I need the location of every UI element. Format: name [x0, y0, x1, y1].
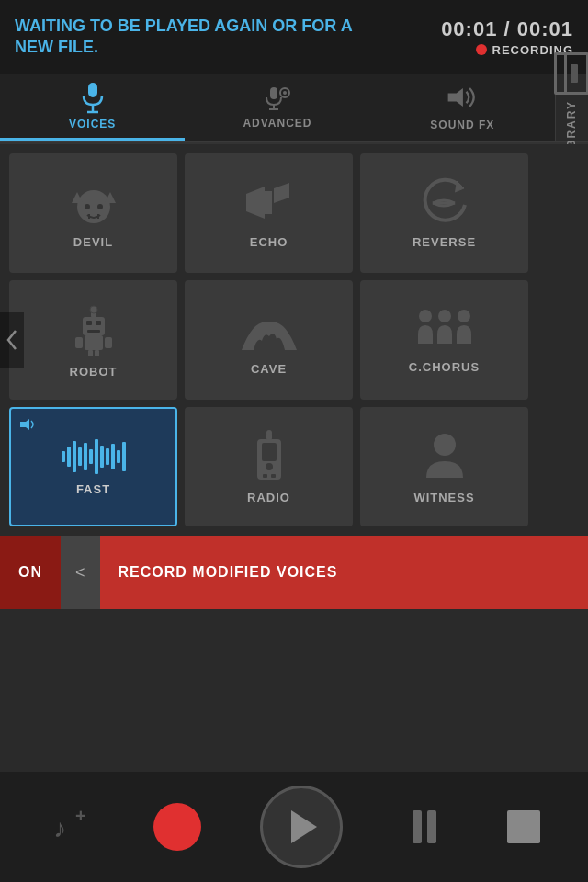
voice-row-3: FAST RADIO: [9, 407, 579, 526]
tab-sound-fx-label: SOUND FX: [430, 119, 494, 131]
svg-point-10: [85, 204, 90, 209]
svg-rect-38: [271, 474, 276, 478]
echo-label: ECHO: [250, 235, 288, 249]
svg-point-11: [97, 204, 103, 209]
svg-rect-25: [105, 337, 112, 348]
play-circle: [260, 786, 343, 868]
tab-voices[interactable]: VOICES: [0, 74, 185, 141]
tab-voices-label: VOICES: [69, 118, 116, 130]
svg-point-31: [438, 310, 451, 322]
record-modified-voices-bar: ON < RECORD MODIFIED VOICES: [0, 536, 588, 609]
speaker-icon: [445, 84, 480, 115]
stop-button[interactable]: [507, 810, 540, 843]
pause-bar-right: [427, 810, 436, 843]
voice-cell-radio[interactable]: RADIO: [185, 407, 353, 526]
svg-rect-22: [87, 330, 100, 333]
stop-square-icon: [507, 810, 540, 843]
devil-icon: [66, 177, 121, 228]
svg-rect-37: [263, 474, 267, 478]
mic-icon: [80, 81, 106, 114]
svg-rect-0: [88, 83, 97, 97]
book-icon: [554, 52, 588, 95]
header-right: 00:01 / 00:01 RECORDING: [441, 17, 573, 57]
tab-sound-fx[interactable]: SOUND FX: [370, 74, 555, 141]
playback-bar: ♪ +: [0, 772, 588, 882]
rmv-label: RECORD MODIFIED VOICES: [100, 564, 338, 581]
robot-icon: [66, 302, 121, 357]
svg-text:♪: ♪: [53, 814, 66, 842]
svg-point-29: [90, 306, 97, 313]
c-chorus-label: C.CHORUS: [409, 360, 480, 374]
mic-gear-icon: [265, 85, 290, 113]
timer-display: 00:01 / 00:01: [441, 17, 573, 41]
rmv-toggle-area: ON <: [0, 536, 100, 609]
svg-rect-35: [262, 443, 277, 461]
voice-grid-wrapper: DEVIL ECHO REVERSE: [0, 144, 588, 536]
status-text: WAITING TO BE PLAYED AGAIN OR FOR A NEW …: [15, 16, 364, 59]
radio-label: RADIO: [247, 491, 290, 504]
cave-label: CAVE: [251, 362, 287, 376]
svg-point-36: [266, 463, 273, 470]
svg-rect-27: [95, 350, 99, 356]
recording-dot: [476, 44, 487, 55]
reverse-icon: [414, 177, 474, 228]
voice-row-1: DEVIL ECHO REVERSE: [9, 153, 579, 273]
svg-rect-23: [85, 335, 103, 350]
voice-cell-cave[interactable]: CAVE: [185, 280, 353, 400]
voice-cell-fast[interactable]: FAST: [9, 407, 177, 526]
tab-advanced-label: ADVANCED: [243, 117, 311, 130]
svg-rect-24: [75, 337, 83, 348]
add-music-icon: ♪ +: [50, 806, 92, 848]
tab-advanced[interactable]: ADVANCED: [185, 74, 369, 141]
svg-rect-20: [86, 321, 92, 325]
voice-cell-witness[interactable]: WITNESS: [360, 407, 528, 526]
add-music-button[interactable]: ♪ +: [48, 804, 94, 850]
play-triangle-icon: [291, 810, 317, 843]
voice-cell-robot[interactable]: ROBOT: [9, 280, 177, 400]
record-button[interactable]: [153, 803, 201, 851]
cave-icon: [237, 304, 301, 355]
radio-icon: [246, 430, 292, 483]
rmv-collapse-button[interactable]: <: [61, 536, 100, 609]
waveform-display: [62, 438, 126, 475]
echo-icon: [239, 177, 299, 228]
voice-cell-devil[interactable]: DEVIL: [9, 153, 177, 273]
svg-rect-14: [88, 214, 90, 219]
voice-cell-echo[interactable]: ECHO: [185, 153, 353, 273]
voice-cell-c-chorus[interactable]: C.CHORUS: [360, 280, 528, 400]
svg-point-32: [458, 310, 470, 322]
svg-marker-16: [246, 187, 265, 219]
svg-marker-8: [448, 88, 463, 107]
svg-rect-26: [88, 350, 93, 356]
svg-point-7: [283, 91, 287, 95]
devil-label: DEVIL: [74, 235, 113, 249]
svg-rect-17: [265, 191, 272, 214]
witness-icon: [421, 430, 469, 483]
svg-rect-3: [270, 87, 277, 99]
voice-grid: DEVIL ECHO REVERSE: [0, 144, 588, 536]
nav-tabs: VOICES ADVANCED SOUND FX: [0, 74, 588, 142]
voice-row-2: ROBOT CAVE: [9, 280, 579, 400]
robot-label: ROBOT: [70, 365, 118, 379]
svg-point-30: [419, 310, 432, 322]
reverse-label: REVERSE: [413, 235, 476, 249]
left-nav-arrow[interactable]: [0, 312, 24, 368]
voice-cell-reverse[interactable]: REVERSE: [360, 153, 528, 273]
record-dot-icon: [153, 803, 201, 851]
rmv-on-button[interactable]: ON: [0, 536, 61, 609]
witness-label: WITNESS: [413, 491, 474, 504]
chorus-icon: [413, 307, 477, 353]
svg-text:+: +: [75, 806, 86, 826]
pause-bar-left: [413, 810, 422, 843]
svg-marker-33: [20, 419, 29, 430]
svg-point-40: [266, 430, 272, 435]
fast-label: FAST: [76, 482, 110, 496]
tab-library[interactable]: LIBRARY: [555, 74, 588, 141]
svg-rect-21: [96, 321, 101, 325]
svg-point-41: [434, 434, 456, 456]
active-sound-icon: [18, 416, 39, 436]
pause-button[interactable]: [401, 804, 447, 850]
svg-rect-15: [97, 214, 99, 219]
play-button[interactable]: [260, 786, 343, 868]
header: WAITING TO BE PLAYED AGAIN OR FOR A NEW …: [0, 0, 588, 74]
